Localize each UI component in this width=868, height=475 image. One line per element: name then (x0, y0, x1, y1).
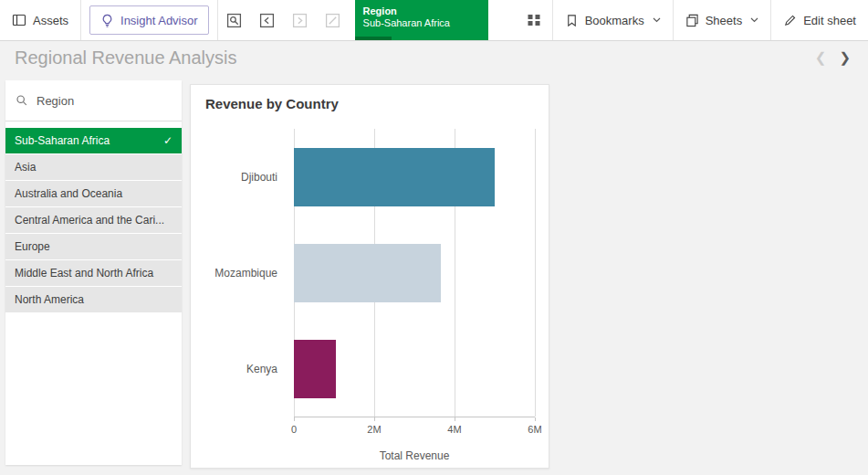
selections-tool-icon[interactable] (218, 0, 251, 40)
clear-selections-icon[interactable] (317, 0, 350, 40)
sheet-content: Region Sub-Saharan Africa ✓ Asia Austral… (0, 74, 868, 475)
bookmarks-button[interactable]: Bookmarks (553, 0, 673, 40)
y-axis-label: Kenya (191, 321, 287, 417)
next-sheet-chevron-icon[interactable]: ❯ (832, 49, 857, 66)
checkmark-icon: ✓ (163, 134, 173, 147)
bar-djibouti[interactable] (294, 148, 495, 206)
bookmark-icon (565, 14, 579, 27)
bar-mozambique[interactable] (294, 244, 441, 302)
x-tick-label: 4M (447, 424, 461, 435)
plot-area (294, 129, 535, 417)
list-item[interactable]: Asia (5, 154, 182, 180)
list-item[interactable]: Europe (5, 234, 182, 259)
list-item-label: Sub-Saharan Africa (15, 134, 163, 147)
chevron-down-icon (653, 17, 661, 23)
bar-kenya[interactable] (294, 340, 336, 398)
edit-sheet-label: Edit sheet (803, 14, 856, 27)
filter-pane-header[interactable]: Region (5, 80, 182, 121)
assets-label: Assets (33, 14, 68, 27)
y-axis-label: Mozambique (191, 225, 287, 321)
filter-list: Sub-Saharan Africa ✓ Asia Australia and … (5, 121, 182, 312)
list-item[interactable]: Sub-Saharan Africa ✓ (5, 128, 182, 153)
x-axis: 02M4M6M (294, 417, 535, 440)
chart-title: Revenue by Country (191, 85, 549, 111)
x-tick-label: 2M (367, 424, 381, 435)
assets-button[interactable]: Assets (0, 0, 80, 40)
x-axis-title: Total Revenue (294, 449, 535, 462)
bar-row (294, 321, 535, 417)
chevron-down-icon (750, 17, 758, 23)
y-axis-label: Djibouti (191, 129, 287, 225)
selection-chip-region[interactable]: Region Sub-Saharan Africa (355, 0, 488, 40)
revenue-by-country-chart: Revenue by Country DjiboutiMozambiqueKen… (190, 84, 549, 469)
sheets-label: Sheets (706, 14, 742, 27)
toolbar-right: Bookmarks Sheets Edit shee (516, 0, 868, 40)
divider (80, 0, 81, 40)
toolbar: Assets Insight Advisor Region Sub (0, 0, 868, 41)
list-item[interactable]: Central America and the Cari... (5, 207, 182, 233)
selection-fraction-bar (355, 37, 392, 40)
pencil-icon (783, 14, 797, 27)
bar-row (294, 225, 535, 321)
step-back-icon[interactable] (251, 0, 284, 40)
x-tick-label: 6M (528, 424, 541, 435)
lightbulb-icon (100, 14, 114, 27)
list-item-label: Middle East and North Africa (15, 267, 173, 280)
x-axis-tick (535, 417, 536, 421)
previous-sheet-chevron-icon[interactable]: ❮ (809, 49, 833, 66)
x-axis-tick (455, 417, 455, 421)
panel-icon (12, 13, 26, 27)
sheet-grid-icon[interactable] (516, 0, 552, 40)
list-item-label: Australia and Oceania (15, 187, 173, 200)
search-icon[interactable] (16, 94, 28, 107)
filter-pane-title: Region (37, 94, 74, 108)
x-axis-tick (294, 417, 295, 421)
selection-field: Region (363, 5, 480, 17)
list-item-label: Europe (15, 240, 173, 253)
bookmarks-label: Bookmarks (585, 14, 644, 27)
bar-row (294, 129, 535, 225)
list-item[interactable]: Middle East and North Africa (5, 260, 182, 286)
y-axis-labels: DjiboutiMozambiqueKenya (191, 129, 287, 417)
gridline (535, 129, 536, 417)
list-item[interactable]: North America (5, 287, 182, 312)
chart-area: DjiboutiMozambiqueKenya 02M4M6M Total Re… (191, 129, 549, 468)
insight-advisor-label: Insight Advisor (120, 14, 198, 27)
list-item[interactable]: Australia and Oceania (5, 181, 182, 206)
region-filter-pane: Region Sub-Saharan Africa ✓ Asia Austral… (5, 80, 182, 465)
x-tick-label: 0 (291, 424, 297, 435)
step-forward-icon[interactable] (284, 0, 317, 40)
sheets-button[interactable]: Sheets (674, 0, 770, 40)
sheet-header: Regional Revenue Analysis ❮ ❯ (0, 41, 868, 74)
edit-sheet-button[interactable]: Edit sheet (771, 0, 868, 40)
list-item-label: Asia (15, 161, 173, 174)
list-item-label: Central America and the Cari... (15, 214, 173, 227)
selection-value: Sub-Saharan Africa (363, 17, 480, 29)
sheets-icon (685, 14, 699, 27)
x-axis-tick (374, 417, 375, 421)
sheet-title: Regional Revenue Analysis (15, 48, 809, 69)
insight-advisor-button[interactable]: Insight Advisor (89, 5, 209, 35)
list-item-label: North America (15, 293, 173, 306)
